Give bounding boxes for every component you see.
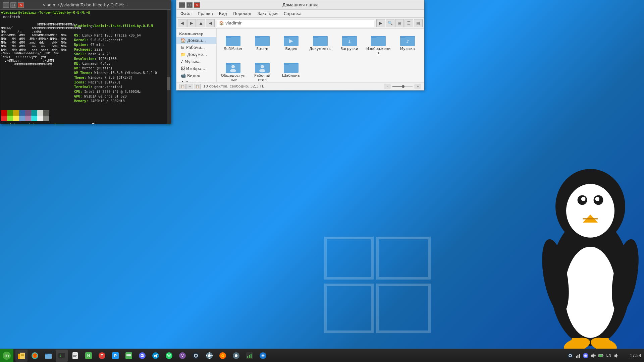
svg-text:T: T [101, 354, 103, 358]
svg-rect-63 [21, 354, 24, 355]
fm-menu-help[interactable]: Справка [281, 11, 304, 17]
svg-point-106 [222, 355, 223, 356]
tray-steam-icon[interactable] [567, 352, 574, 359]
taskbar-whatsapp-icon[interactable]: W [163, 350, 175, 362]
fm-folder-softmaker[interactable]: SoftMaker [219, 31, 247, 57]
fm-maximize-btn[interactable]: □ [186, 2, 193, 8]
fm-sidebar-pictures[interactable]: 🖼 Изобра... [176, 65, 216, 72]
fm-sidebar-documents[interactable]: 📁 Докуме... [176, 51, 216, 58]
fm-minimize-btn[interactable]: ─ [179, 2, 185, 8]
fm-sidebar-home[interactable]: 🏠 Домаш... [176, 37, 216, 44]
taskbar-audio-icon[interactable] [217, 350, 229, 362]
fm-list-view-btn[interactable]: ☰ [405, 19, 413, 27]
taskbar-greenapp-icon[interactable]: N [83, 350, 95, 362]
tray-discord-icon[interactable] [582, 352, 589, 359]
terminal-title: vladimir@vladimir-To-be-filled-by-O-E-M:… [24, 3, 148, 7]
taskbar-filemanager-icon[interactable] [42, 350, 54, 362]
svg-rect-103 [211, 355, 213, 356]
svg-text:P: P [114, 354, 117, 358]
fm-forward-btn[interactable]: ▶ [187, 19, 196, 27]
fm-folder-documents[interactable]: Документы [307, 31, 334, 57]
fm-folder-documents-icon [312, 33, 328, 47]
fm-folder-templates[interactable]: Шаблоны [277, 58, 305, 82]
tray-sound-icon[interactable] [613, 352, 620, 359]
taskbar-terminal-icon[interactable]: $ _ [56, 350, 68, 362]
taskbar-viber-icon[interactable]: V [176, 350, 189, 362]
terminal-maximize-btn[interactable]: □ [10, 2, 16, 8]
svg-point-89 [143, 355, 144, 356]
fm-menu-file[interactable]: Файл [178, 11, 194, 17]
taskbar-files-icon[interactable] [15, 350, 28, 362]
tray-speaker-icon[interactable] [590, 352, 597, 359]
fm-folder-steam-icon [254, 33, 270, 47]
taskbar-redapp-icon[interactable]: T [96, 350, 108, 362]
svg-rect-75 [73, 355, 77, 356]
fm-sidebar-downloads[interactable]: ⬇ Загрузки [176, 79, 216, 82]
svg-rect-64 [21, 355, 24, 356]
fm-menu-edit[interactable]: Правка [195, 11, 216, 17]
fm-zoom-in-btn[interactable]: + [415, 84, 421, 89]
fm-action-btn-1[interactable]: 📋 [179, 84, 186, 89]
terminal-close-btn[interactable]: ✕ [18, 2, 24, 8]
fm-sidebar-videos[interactable]: 📹 Видео [176, 72, 216, 79]
taskbar-start-button[interactable]: m [0, 349, 13, 362]
fm-folder-video-icon [283, 33, 299, 47]
taskbar-texteditor-icon[interactable] [69, 350, 81, 362]
fm-menu-view[interactable]: Вид [216, 11, 230, 17]
fm-sidebar-desktop-label: Рабочи... [186, 45, 205, 50]
fm-folder-desktop[interactable]: Рабочий стол [249, 58, 276, 82]
fm-action-btn-3[interactable]: 📋 [194, 84, 201, 89]
fm-grid-view-btn[interactable]: ⊞ [395, 19, 404, 27]
fm-body: Компьютер 🏠 Домаш... 🖥 Рабочи... 📁 Докум… [176, 28, 424, 82]
terminal-minimize-btn[interactable]: ─ [3, 2, 9, 8]
taskbar-firefox-icon[interactable] [29, 350, 41, 362]
terminal-scrollbar[interactable] [167, 10, 171, 124]
fm-folder-video[interactable]: Видео [277, 31, 305, 57]
fm-zoom-out-btn[interactable]: - [384, 84, 390, 89]
fm-folder-downloads[interactable]: ↓ Загрузки [335, 31, 363, 57]
taskbar-steam-icon[interactable] [190, 350, 202, 362]
fm-next-btn[interactable]: ▶ [376, 19, 385, 27]
svg-rect-37 [342, 36, 347, 38]
svg-rect-85 [126, 355, 131, 356]
taskbar-audio2-icon[interactable] [230, 350, 242, 362]
taskbar-system-icon[interactable] [257, 350, 269, 362]
fm-folder-music-icon: ♪ [399, 33, 416, 47]
tray-keyboard-icon[interactable]: EN [605, 352, 612, 359]
svg-rect-20 [572, 338, 581, 349]
fm-search-btn[interactable]: 🔍 [386, 19, 394, 27]
taskbar-telegram-icon[interactable] [150, 350, 162, 362]
fm-close-btn[interactable]: ✕ [194, 2, 200, 8]
fm-prev-btn[interactable]: ◀ [206, 19, 215, 27]
taskbar-discord-icon[interactable] [136, 350, 148, 362]
terminal-window-controls[interactable]: ─ □ ✕ [3, 2, 24, 8]
svg-text:$ _: $ _ [59, 354, 65, 357]
fm-sidebar-home-icon: 🏠 [180, 38, 186, 43]
taskbar-barchart-icon[interactable] [244, 350, 256, 362]
fm-up-btn[interactable]: ▲ [197, 19, 205, 27]
desktop: ─ □ ✕ vladimir@vladimir-To-be-filled-by-… [0, 0, 644, 362]
fm-folder-steam[interactable]: Steam [249, 31, 276, 57]
taskbar-clock[interactable]: 17:54 [621, 353, 641, 358]
fm-folder-music[interactable]: ♪ Музыка [393, 31, 421, 57]
svg-marker-126 [614, 354, 617, 358]
fm-action-btn-2[interactable]: ✂ [186, 84, 193, 89]
svg-rect-65 [21, 357, 23, 357]
taskbar-settings-icon[interactable] [203, 350, 215, 362]
fm-address-bar[interactable]: 🏠 vladimir [217, 19, 374, 27]
fm-folder-documents-name: Документы [309, 47, 331, 51]
fm-window-controls[interactable]: ─ □ ✕ [179, 2, 200, 8]
tray-network-icon[interactable] [575, 352, 581, 359]
fm-sidebar-music[interactable]: ♪ Музыка [176, 58, 216, 65]
fm-back-btn[interactable]: ◀ [178, 19, 186, 27]
terminal-content[interactable]: vladimir@vladimir-To-be-filled-by-O-E-M:… [0, 10, 171, 124]
fm-sidebar-desktop[interactable]: 🖥 Рабочи... [176, 44, 216, 51]
fm-menu-go[interactable]: Переход [230, 11, 254, 17]
tray-power-icon[interactable] [598, 352, 604, 359]
fm-folder-public[interactable]: Общедоступные [219, 58, 247, 82]
taskbar-spreadsheet-icon[interactable] [123, 350, 135, 362]
fm-details-view-btn[interactable]: ▤ [414, 19, 423, 27]
fm-folder-images[interactable]: Изображения [365, 31, 392, 57]
taskbar-presapp-icon[interactable]: P [109, 350, 121, 362]
fm-menu-bookmarks[interactable]: Закладки [255, 11, 280, 17]
